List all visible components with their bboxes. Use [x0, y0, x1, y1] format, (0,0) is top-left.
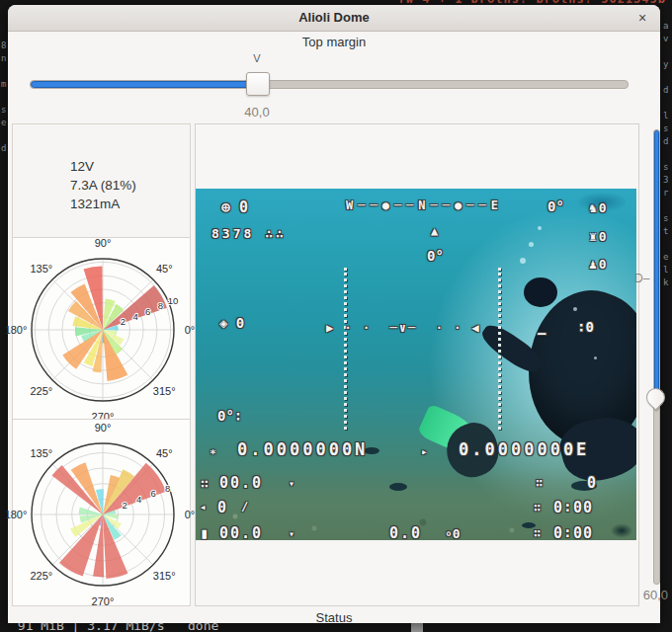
svg-text:6: 6 [150, 488, 155, 499]
osd-item: ▶ · · ─∨─ · · ◀ [326, 321, 481, 335]
video-panel: ⊕ 08378 ∴∴W──●──N──●──E▲0°0°♞0♜0♟0◈ 0▶ ·… [195, 123, 639, 606]
osd-item: ◂ [200, 501, 207, 514]
osd-item: ∶0 [577, 319, 594, 335]
h-slider-fill [31, 81, 260, 88]
power-panel: 12V 7.3A (81%) 1321mA [12, 123, 191, 239]
v-slider-value: 60,0 [625, 588, 668, 602]
v-slider-track[interactable] [653, 129, 660, 585]
osd-item: ♟0 [589, 257, 609, 272]
polar-chart-1-svg: 2468100°45°90°135°180°225°270°315° [13, 238, 190, 420]
video-feed: ⊕ 08378 ∴∴W──●──N──●──E▲0°0°♞0♜0♟0◈ 0▶ ·… [196, 189, 636, 540]
svg-text:225°: 225° [30, 570, 52, 582]
osd-item: ∷ [536, 476, 543, 490]
titlebar[interactable]: Alioli Dome × [8, 5, 660, 32]
svg-text:90°: 90° [95, 422, 112, 434]
svg-text:45°: 45° [156, 263, 173, 275]
status-label: Status [8, 610, 660, 625]
osd-item: ◈ 0 [219, 315, 244, 331]
osd-item: 00.0 [219, 474, 263, 492]
osd-item: ∗ [210, 445, 216, 458]
osd-item: ▾ [289, 528, 294, 539]
svg-text:4: 4 [136, 494, 141, 505]
svg-text:90°: 90° [95, 237, 112, 249]
terminal-right-edge-text: a v y d l s d s 3 r s t e l k [663, 20, 668, 289]
svg-text:135°: 135° [30, 447, 52, 459]
svg-text:6: 6 [145, 306, 150, 317]
svg-text:45°: 45° [156, 447, 173, 459]
osd-item: ∘0 [445, 526, 461, 540]
svg-text:8: 8 [158, 300, 163, 311]
terminal-left-edge-text: 8 n m s e d [1, 40, 6, 155]
h-slider-value: 40,0 [227, 105, 287, 119]
close-icon[interactable]: × [633, 9, 651, 27]
osd-item: 0.0000000N [237, 439, 368, 459]
svg-text:180°: 180° [5, 509, 28, 520]
osd-item: 0∶00 [553, 499, 593, 516]
osd-item: 0°∶ [217, 408, 242, 424]
h-slider-handle[interactable] [246, 72, 270, 96]
osd-item: ♞0 [589, 200, 609, 215]
svg-text:270°: 270° [92, 595, 115, 607]
v-slider-fill [654, 130, 659, 395]
osd-item: 0.0 [389, 524, 422, 540]
svg-text:315°: 315° [153, 570, 176, 582]
svg-text:4: 4 [132, 311, 137, 322]
svg-text:8: 8 [165, 483, 170, 494]
osd-item: ∷ [201, 476, 209, 491]
polar-chart-2-svg: 24680°45°90°135°180°225°270°315° [13, 420, 190, 605]
osd-item: ▲ [431, 224, 438, 238]
osd-item: ⊕ 0 [221, 198, 248, 216]
osd-overlay: ⊕ 08378 ∴∴W──●──N──●──E▲0°0°♞0♜0♟0◈ 0▶ ·… [196, 189, 636, 540]
osd-item: 8378 ∴∴ [211, 226, 287, 241]
h-slider-track[interactable] [30, 80, 629, 89]
osd-item: ∷ [534, 526, 541, 540]
osd-item: 00.0 [219, 524, 263, 540]
osd-item: 0∶00 [553, 524, 593, 540]
osd-item: – [538, 325, 546, 341]
svg-text:180°: 180° [5, 324, 28, 336]
osd-item: ▸ [421, 445, 428, 458]
svg-text:10: 10 [168, 295, 179, 306]
polar-chart-2: 24680°45°90°135°180°225°270°315° [12, 419, 191, 606]
osd-item: 0° [427, 248, 444, 264]
osd-item: ♜0 [589, 229, 609, 244]
app-window: Alioli Dome × Top margin V 40,0 12V 7.3A… [8, 5, 660, 623]
v-slider-mark: D– [634, 272, 649, 285]
svg-text:0°: 0° [185, 324, 196, 336]
osd-item: ▮ [200, 524, 209, 540]
osd-item: 0° [547, 198, 564, 214]
osd-item: W──●──N──●──E [346, 198, 503, 212]
v-slider-handle[interactable] [642, 384, 669, 411]
h-slider-mark: V [227, 52, 287, 64]
osd-item: ▾ [289, 478, 294, 489]
power-readout: 12V 7.3A (81%) 1321mA [70, 157, 136, 213]
svg-text:0°: 0° [185, 509, 196, 520]
osd-item: 0.0000000E [459, 439, 589, 459]
top-margin-label: Top margin [8, 35, 660, 49]
osd-item: ∕ [241, 500, 248, 514]
svg-text:2: 2 [121, 316, 126, 327]
svg-text:135°: 135° [30, 263, 52, 275]
svg-text:315°: 315° [153, 385, 176, 397]
svg-text:225°: 225° [30, 385, 52, 397]
osd-item: 0 [217, 499, 226, 516]
osd-item: ∷ [534, 501, 541, 514]
polar-chart-1: 2468100°45°90°135°180°225°270°315° [12, 237, 191, 421]
osd-item: 0 [587, 474, 596, 492]
window-title: Alioli Dome [8, 10, 660, 25]
svg-text:2: 2 [123, 500, 127, 511]
